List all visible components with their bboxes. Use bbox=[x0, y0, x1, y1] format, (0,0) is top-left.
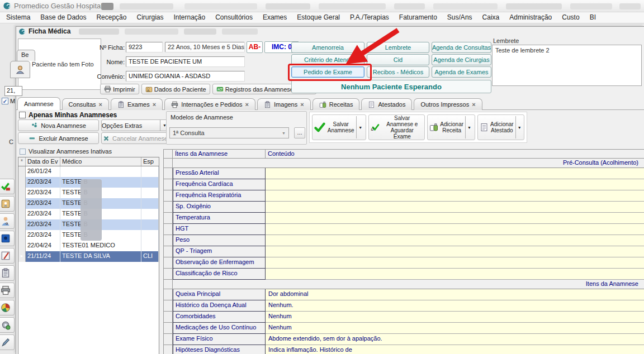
ficha-number-field[interactable]: 9223 bbox=[126, 42, 163, 52]
close-icon[interactable]: × bbox=[472, 102, 475, 107]
modelo-more-button[interactable]: ... bbox=[294, 127, 305, 138]
anamnese-item-row[interactable]: Temperatura bbox=[163, 213, 644, 224]
quick-button-amenorreia[interactable]: Amenorreia bbox=[291, 42, 364, 53]
menu-item-p-a-terapias[interactable]: P.A./Terapias bbox=[345, 12, 394, 23]
quick-button-recibos-medicos[interactable]: Recibos - Médicos bbox=[367, 66, 429, 78]
item-content-cell[interactable]: Dor abdominal bbox=[266, 289, 644, 300]
quick-button-agenda-de-cirurgias[interactable]: Agenda de Cirurgias bbox=[432, 54, 491, 65]
menu-item-sistema[interactable]: Sistema bbox=[1, 12, 35, 23]
sidebar-button-blue-agenda[interactable] bbox=[0, 231, 15, 246]
column-header-medico[interactable]: Médico bbox=[60, 157, 141, 166]
sidebar-button-pencil[interactable] bbox=[0, 334, 15, 350]
anamnese-item-row[interactable]: HGT bbox=[163, 224, 644, 235]
tab-exames[interactable]: Exames× bbox=[111, 98, 163, 110]
checkbox-icon[interactable] bbox=[19, 112, 26, 118]
quick-button-criterio-de-atend[interactable]: Critério de Atend. bbox=[291, 54, 364, 65]
column-header-conteudo[interactable]: Conteúdo bbox=[266, 149, 644, 159]
item-content-cell[interactable] bbox=[266, 235, 644, 246]
tab-atestados[interactable]: Atestados bbox=[361, 98, 412, 110]
menu-item-recepcao[interactable]: Recepção bbox=[91, 12, 131, 23]
inativas-checkbox[interactable]: Visualizar Anamneses Inativas bbox=[20, 148, 112, 155]
anamnese-item-row[interactable]: QP - Triagem bbox=[163, 246, 644, 257]
toolbar-button-dados-do-paciente[interactable]: Dados do Paciente bbox=[141, 84, 210, 94]
sidebar-button-pie-chart[interactable] bbox=[0, 300, 15, 315]
window-titlebar[interactable]: Ficha Médica bbox=[16, 27, 644, 36]
date-fragment-field[interactable]: 21, bbox=[4, 86, 22, 96]
anamnese-item-row[interactable]: Hipóteses DiagnósticasIndica inflamação.… bbox=[163, 345, 644, 354]
convenio-field[interactable]: UNIMED GOIANIA - ASDASD bbox=[126, 71, 245, 82]
sidebar-button-doctor[interactable] bbox=[0, 213, 15, 229]
menu-item-sus-ans[interactable]: Sus/Ans bbox=[442, 12, 477, 23]
sidebar-button-clipboard[interactable] bbox=[0, 265, 15, 281]
menu-item-administracao[interactable]: Administração bbox=[504, 12, 557, 23]
anamnese-item-row[interactable]: Frequência Respiratória bbox=[163, 190, 644, 202]
modelo-combobox[interactable]: 1ª Consulta▼ bbox=[169, 127, 289, 138]
lembrete-box[interactable]: Teste de lembrete 2 bbox=[492, 45, 642, 86]
close-icon[interactable]: × bbox=[300, 102, 304, 107]
action-button-adicionar-atestado[interactable]: Adicionar Atestado▼ bbox=[477, 114, 524, 140]
item-content-cell[interactable] bbox=[266, 202, 644, 213]
menu-item-internacao[interactable]: Internação bbox=[168, 12, 210, 23]
blood-type-badge[interactable]: AB- bbox=[247, 41, 263, 53]
menu-item-faturamento[interactable]: Faturamento bbox=[394, 12, 442, 23]
column-header-data[interactable]: Data do Ev bbox=[26, 157, 60, 166]
anamnese-item-row[interactable]: Medicações de Uso ContínuoNenhum bbox=[163, 323, 644, 334]
anamnese-item-row[interactable]: Frequência Cardíaca bbox=[163, 179, 644, 190]
item-content-cell[interactable]: Abdome extendido, sem dor à apalpação. bbox=[266, 334, 644, 345]
item-content-cell[interactable]: Indica inflamação. Histórico de bbox=[266, 345, 644, 354]
quick-button-agenda-de-exames[interactable]: Agenda de Exames bbox=[432, 66, 491, 78]
anamnese-item-row[interactable]: Sp. Oxigênio bbox=[163, 202, 644, 213]
opcoes-extras-button[interactable]: Opções Extras▼ bbox=[101, 119, 169, 131]
checkbox-icon[interactable] bbox=[20, 149, 26, 155]
close-icon[interactable]: × bbox=[153, 102, 156, 107]
tab-outros-impressos[interactable]: Outros Impressos× bbox=[414, 98, 482, 110]
quick-button-agenda-de-consultas[interactable]: Agenda de Consultas bbox=[432, 42, 491, 53]
menu-item-consultorios[interactable]: Consultórios bbox=[210, 12, 258, 23]
menu-item-bi[interactable]: BI bbox=[585, 12, 601, 23]
menu-item-exames[interactable]: Exames bbox=[258, 12, 292, 23]
anamnese-list-row[interactable]: ▸21/11/24TESTE DA SILVACLI bbox=[18, 251, 159, 262]
tab-receitas[interactable]: Receitas bbox=[312, 98, 360, 110]
sidebar-button-printer[interactable] bbox=[0, 283, 15, 298]
tab-anamnese[interactable]: Anamnese bbox=[17, 97, 60, 110]
tab-consultas[interactable]: Consultas× bbox=[62, 98, 109, 110]
item-content-cell[interactable] bbox=[266, 224, 644, 235]
action-button-adicionar-receita[interactable]: Adicionar Receita▼ bbox=[427, 114, 475, 140]
excluir-anamnese-button[interactable]: Excluir Anamnese bbox=[18, 132, 99, 144]
anamnese-list-row[interactable]: 26/01/24 bbox=[18, 166, 159, 177]
close-icon[interactable]: × bbox=[245, 102, 249, 107]
menu-item-cirurgias[interactable]: Cirurgias bbox=[131, 12, 168, 23]
item-content-cell[interactable] bbox=[266, 213, 644, 224]
action-button-salvar-anamnese[interactable]: Salvar Anamnese▼ bbox=[312, 114, 366, 140]
tab-internacoes-e-pedidos[interactable]: Internações e Pedidos× bbox=[164, 98, 255, 110]
quick-button-cid[interactable]: Cid bbox=[367, 54, 429, 65]
item-content-cell[interactable] bbox=[266, 246, 644, 257]
column-header-esp[interactable]: Esp bbox=[141, 157, 159, 166]
checkbox-icon[interactable]: ✓ bbox=[2, 98, 8, 104]
anamnese-item-row[interactable]: Classificação de Risco bbox=[163, 269, 644, 280]
side-tab-be[interactable]: Be bbox=[17, 50, 35, 61]
menu-item-base-de-dados[interactable]: Base de Dados bbox=[35, 12, 91, 23]
anamnese-item-row[interactable]: Exame FísicoAbdome extendido, sem dor à … bbox=[163, 334, 644, 345]
cancelar-anamnese-button[interactable]: Cancelar Anamnese bbox=[101, 132, 169, 144]
anamnese-item-row[interactable]: Peso bbox=[163, 235, 644, 246]
close-icon[interactable]: × bbox=[99, 102, 102, 107]
anamnese-item-row[interactable]: Observação de Enfermagem bbox=[163, 257, 644, 269]
sidebar-button-notes[interactable] bbox=[0, 248, 15, 264]
nome-field[interactable]: TESTE DE PACIENTE UM bbox=[126, 56, 245, 67]
item-content-cell[interactable] bbox=[266, 269, 644, 280]
sidebar-button-address-book[interactable] bbox=[0, 196, 15, 212]
item-content-cell[interactable]: Nenhum. bbox=[266, 300, 644, 312]
side-tab-patient[interactable] bbox=[10, 61, 30, 78]
anamnese-item-row[interactable]: Pressão Arterial bbox=[163, 168, 644, 179]
anamnese-list-row[interactable]: 22/04/24TESTE01 MEDICO bbox=[18, 241, 159, 251]
chevron-down-icon[interactable]: ▼ bbox=[465, 116, 473, 138]
quick-button-lembrete[interactable]: Lembrete bbox=[367, 42, 429, 53]
item-content-cell[interactable]: Nenhum bbox=[266, 323, 644, 334]
menu-item-custo[interactable]: Custo bbox=[557, 12, 584, 23]
column-header-itens[interactable]: Ítens da Anamnese bbox=[173, 149, 266, 159]
menu-item-caixa[interactable]: Caixa bbox=[477, 12, 505, 23]
quick-button-pedido-de-exame[interactable]: Pedido de Exame bbox=[291, 66, 364, 78]
m-checkbox[interactable]: ✓M bbox=[2, 98, 15, 104]
anamnese-item-row[interactable]: Histórico da Doença AtualNenhum. bbox=[163, 300, 644, 312]
